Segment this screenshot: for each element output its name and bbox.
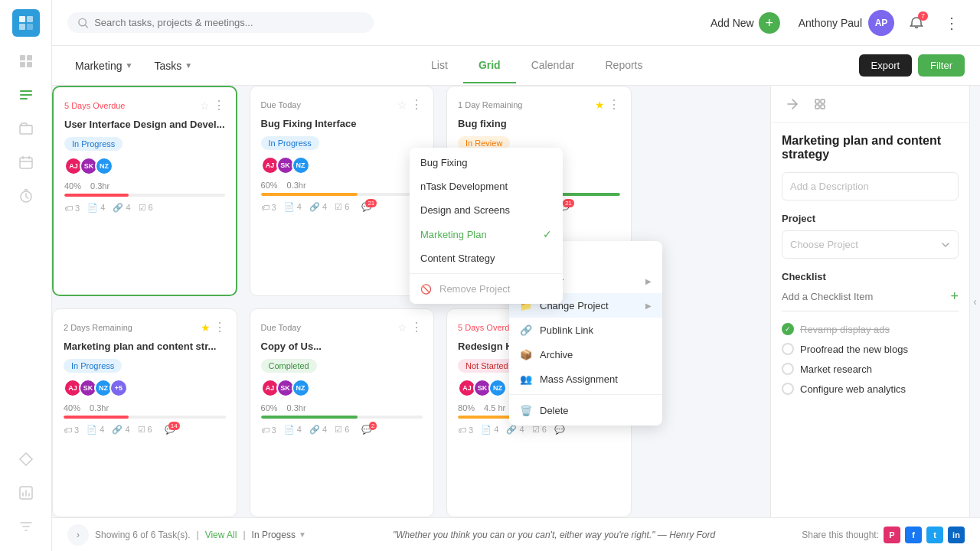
checklist-check-4[interactable] [782,383,794,395]
view-all-link[interactable]: View All [205,530,237,540]
card-progress-1: 40%0.3hr [64,181,225,197]
user-avatar[interactable]: AP [868,10,894,36]
linkedin-icon[interactable]: in [948,527,965,543]
task-card-2[interactable]: Due Today ☆ ⋮ Bug Fixing Interface In Pr… [250,86,435,296]
expand-sidebar-btn[interactable]: › [67,524,89,546]
svg-rect-5 [27,55,32,60]
checklist-item-3: Market research [782,359,959,379]
menu-item-publink[interactable]: 🔗 Publink Link [509,318,662,342]
filter-button[interactable]: Filter [918,54,965,77]
description-input[interactable]: Add a Description [782,172,959,201]
card-star-3[interactable]: ★ [595,99,605,111]
submenu-design-label: Design and Screens [420,204,510,216]
panel-expand-btn[interactable] [782,93,803,115]
tab-reports[interactable]: Reports [590,48,658,83]
submenu-bug-fixing-label: Bug Fixing [420,157,467,168]
checklist-item-2: Proofread the new blogs [782,339,959,359]
tab-grid[interactable]: Grid [463,48,516,83]
card-menu-4[interactable]: ⋮ [214,320,226,334]
checklist-add-btn[interactable]: + [950,289,959,305]
card-star-5[interactable]: ☆ [397,321,407,334]
more-button[interactable]: ⋮ [939,10,965,36]
card-stats-1: 🏷 3 📄 4 🔗 4 ☑ 6 [64,203,225,213]
submenu-bug-fixing[interactable]: Bug Fixing [410,151,563,174]
avatar-6-3: NZ [488,379,507,397]
checklist-input[interactable] [782,291,950,302]
project-dropdown-icon [941,240,950,249]
card-star-1[interactable]: ☆ [200,99,210,112]
pinterest-icon[interactable]: P [884,527,900,543]
svg-rect-12 [20,158,32,168]
filter-dropdown[interactable]: Tasks ▼ [146,55,200,77]
svg-rect-0 [19,16,25,22]
card-star-4[interactable]: ★ [201,321,211,334]
facebook-icon[interactable]: f [905,527,922,543]
submenu-marketing-plan-label: Marketing Plan [420,229,487,240]
notifications-button[interactable]: 7 [903,10,929,36]
checklist-add: + [782,289,959,311]
card-avatars-4: AJ SK NZ +5 [64,379,226,397]
add-new-button[interactable]: Add New + [710,12,780,34]
tab-list[interactable]: List [416,48,463,83]
subheader: Marketing ▼ Tasks ▼ List Grid Calendar R… [52,46,980,86]
sidebar-item-dashboard[interactable] [11,46,41,77]
description-section: Add a Description [782,172,959,201]
export-button[interactable]: Export [859,54,913,77]
submenu-content-strategy[interactable]: Content Strategy [410,246,563,270]
menu-item-archive[interactable]: 📦 Archive [509,342,662,367]
workspace-selector: Marketing ▼ Tasks ▼ [67,55,200,77]
svg-rect-11 [20,126,32,134]
card-menu-3[interactable]: ⋮ [608,97,620,112]
card-menu-2[interactable]: ⋮ [410,97,423,112]
svg-rect-1 [27,16,33,22]
submenu-ntask[interactable]: nTask Development [410,174,563,198]
status-badge-2: In Progress [261,136,319,150]
panel-grid-btn[interactable] [809,93,831,115]
sidebar-item-projects[interactable] [11,113,41,144]
filter-status-tag[interactable]: In Progess ▼ [252,530,306,540]
filter-status-arrow: ▼ [299,530,306,539]
card-due-5: Due Today [261,323,398,332]
checklist-check-2[interactable] [782,343,794,355]
card-due-4: 2 Days Remaining [64,323,201,332]
checklist-check-3[interactable] [782,363,794,375]
card-progress-2: 60%0.3hr [261,181,423,196]
checklist-item-1: Revamp display ads [782,319,959,339]
checklist-section-title: Checklist [782,271,959,282]
card-star-2[interactable]: ☆ [397,99,407,111]
task-card-5[interactable]: Due Today ☆ ⋮ Copy of Us... Completed AJ… [250,308,435,517]
svg-rect-18 [815,105,819,109]
menu-item-mass-assign[interactable]: 👥 Mass Assignment [509,367,662,391]
search-input[interactable] [94,17,363,28]
sidebar-item-tasks[interactable] [11,80,41,110]
notif-count: 7 [918,11,928,21]
sidebar-item-filter[interactable] [11,511,41,542]
sidebar-item-diamond[interactable] [11,444,41,474]
card-menu-5[interactable]: ⋮ [410,320,423,334]
project-placeholder: Choose Project [790,239,858,250]
tab-calendar[interactable]: Calendar [516,48,590,83]
card-title-5: Copy of Us... [261,341,423,352]
submenu-remove-project-label: Remove Project [439,283,510,295]
change-project-submenu: Bug Fixing nTask Development Design and … [410,148,563,304]
sidebar-item-timer[interactable] [11,181,41,211]
checklist-check-1[interactable] [782,323,794,335]
sidebar-item-reports[interactable] [11,478,41,508]
checklist-item-4: Configure web analytics [782,379,959,399]
panel-collapse-handle[interactable]: ‹ [969,86,980,517]
avatar-5-3: NZ [292,379,310,397]
card-menu-1[interactable]: ⋮ [213,98,225,112]
submenu-divider [410,273,563,274]
task-card-4[interactable]: 2 Days Remaining ★ ⋮ Marketing plan and … [52,308,237,517]
submenu-marketing-plan[interactable]: Marketing Plan ✓ [410,222,563,246]
menu-item-delete[interactable]: 🗑️ Delete [509,398,662,422]
submenu-design[interactable]: Design and Screens [410,198,563,222]
sidebar-item-calendar[interactable] [11,147,41,178]
project-select[interactable]: Choose Project [782,230,959,259]
task-card-1[interactable]: 5 Days Overdue ☆ ⋮ User Interface Design… [52,86,237,296]
workspace-dropdown[interactable]: Marketing ▼ [67,55,140,77]
main-content: Add New + Anthony Paul AP 7 ⋮ Marketing … [52,0,980,551]
submenu-remove-project[interactable]: 🚫 Remove Project [410,277,563,301]
checklist-section: Checklist + Revamp display ads Proofread… [782,271,959,399]
twitter-icon[interactable]: t [926,527,943,543]
